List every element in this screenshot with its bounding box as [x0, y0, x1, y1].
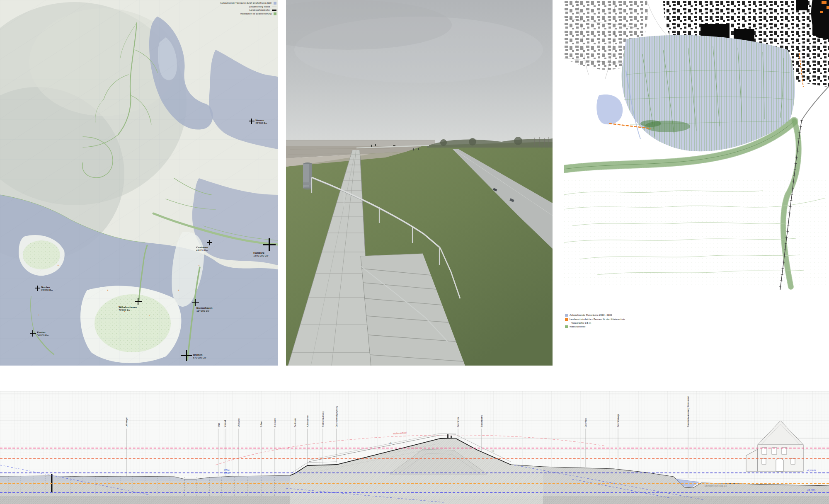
level-right-top-label: +1,5 NHN	[807, 469, 816, 472]
legend-swatch-square	[274, 12, 276, 15]
dike-photo-panel	[286, 0, 553, 366]
section-label: Watt	[218, 423, 220, 427]
mthw-label: MThw	[224, 469, 230, 471]
legend-swatch-square	[565, 318, 568, 321]
legend-swatch-thick-line	[272, 10, 276, 11]
legend-label: Landesschutzdeiche	[250, 9, 270, 12]
legend-label: Topographie 0.5 m	[571, 322, 591, 324]
mtnw-label: MTnw	[224, 472, 230, 474]
city-label: Bremen570'000 Ew	[193, 354, 206, 359]
section-label: Binnenentwässerung Süsswasser	[687, 396, 689, 427]
cross-section-drawing: 1:8 1:3 Wellenauflauf MThw MTnw +1,5 NHN…	[0, 391, 829, 504]
dike-cross-section: 1:8 1:3 Wellenauflauf MThw MTnw +1,5 NHN…	[0, 391, 829, 504]
section-label: Vorland	[224, 420, 226, 427]
map-right-legend: Aufwachsende Flussräume 2030 - 2100Lande…	[565, 314, 625, 328]
section-label: Lahnungen	[125, 417, 128, 427]
legend-swatch-square	[565, 314, 568, 317]
legend-row: Aufwachsende Flussräume 2030 - 2100	[565, 314, 625, 317]
section-label: Deichkrone	[457, 417, 459, 427]
section-label: Uferkante	[238, 418, 240, 427]
section-label: Binnenberme	[480, 415, 483, 427]
legend-label: Wattsedimente	[570, 325, 585, 328]
koog-surface-label: Oberfläche Alter Koog -1,5	[705, 485, 727, 487]
map-left-legend: Aufwachsende Tideräume durch Deichöffnun…	[220, 2, 276, 15]
level-right-bottom-label: -2,5 NHN	[807, 489, 815, 491]
city-label: Bremerhaven114'000 Ew	[196, 307, 212, 313]
section-label: Buhne	[260, 421, 262, 427]
dike-photo-illustration	[286, 0, 553, 366]
legend-label: Aufwachsende Flussräume 2030 - 2100	[570, 314, 612, 316]
legend-label: Aufwachsende Tideräume durch Deichöffnun…	[220, 2, 271, 5]
site-plan-panel: Aufwachsende Flussräume 2030 - 2100Lande…	[564, 0, 829, 366]
coastal-map-panel: Aufwachsende Tideräume durch Deichöffnun…	[0, 0, 278, 366]
presentation-board: Aufwachsende Tideräume durch Deichöffnun…	[0, 0, 829, 504]
city-label: Cuxhaven49'000 Ew	[196, 246, 208, 252]
legend-row: Aufwachsende Tideräume durch Deichöffnun…	[220, 2, 276, 5]
city-label: Emden50'000 Ew	[37, 331, 49, 337]
legend-label: Wattflächen für Sedimentierung	[240, 13, 271, 15]
legend-swatch-square	[274, 2, 276, 5]
city-label: Wilhelmshaven76'000 Ew	[119, 306, 137, 312]
legend-swatch-thin-line	[272, 7, 276, 7]
section-label: Blockwerk	[274, 418, 276, 427]
city-label: Norden25'000 Ew	[41, 286, 53, 292]
legend-swatch-thin-line	[565, 323, 570, 323]
legend-swatch-square	[565, 325, 568, 328]
section-label: Deichdrainage	[617, 414, 619, 427]
legend-row: Landesschutzdeiche - Bermen für den Küst…	[565, 318, 625, 321]
city-markers-layer: Husum23'000 EwNorden25'000 EwEmden50'000…	[0, 0, 278, 366]
city-label: Husum23'000 Ew	[256, 119, 267, 125]
site-plan-illustration	[564, 0, 829, 366]
section-label: Deckwerk	[294, 418, 296, 427]
section-label: Deichfuss	[584, 418, 587, 427]
legend-row: Topographie 0.5 m	[565, 322, 625, 324]
legend-row: Entwässerung Inland	[249, 6, 276, 8]
legend-row: Landesschutzdeiche	[250, 9, 276, 12]
section-label: Außenberme	[306, 415, 309, 427]
city-label: Hamburg1'841'000 Ew	[253, 252, 268, 257]
legend-row: Wattsedimente	[565, 325, 625, 328]
legend-label: Landesschutzdeiche - Bermen für den Küst…	[570, 318, 625, 320]
legend-label: Entwässerung Inland	[249, 6, 270, 8]
section-label: Deichverteidigungsweg	[335, 406, 338, 427]
legend-row: Wattflächen für Sedimentierung	[240, 12, 276, 15]
section-label: Treibselräumweg	[322, 412, 324, 427]
